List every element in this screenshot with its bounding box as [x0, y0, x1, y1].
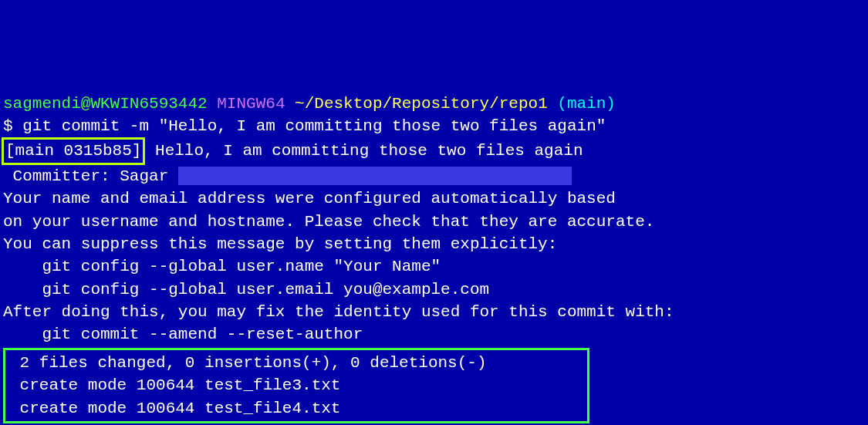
config-msg-line2: on your username and hostname. Please ch… [3, 211, 865, 233]
config-msg-line1: Your name and email address were configu… [3, 187, 865, 210]
terminal-output[interactable]: sagmendi@WKWIN6593442 MINGW64 ~/Desktop/… [3, 93, 865, 423]
prompt-user-host: sagmendi@WKWIN6593442 [3, 95, 208, 113]
commit-ref: [main 0315b85] [5, 142, 141, 160]
commit-message: Hello, I am committing those two files a… [145, 142, 583, 160]
summary-create-file4: create mode 100644 test_file4.txt [10, 397, 583, 420]
amend-cmd: git commit --amend --reset-author [3, 323, 865, 346]
summary-highlight: 2 files changed, 0 insertions(+), 0 dele… [3, 348, 589, 423]
redacted-committer-info [178, 167, 572, 185]
after-msg: After doing this, you may fix the identi… [3, 301, 865, 323]
commit-ref-highlight: [main 0315b85] [2, 137, 145, 164]
config-cmd-name: git config --global user.name "Your Name… [3, 255, 865, 278]
summary-files-changed: 2 files changed, 0 insertions(+), 0 dele… [10, 352, 583, 374]
prompt-branch: (main) [557, 95, 616, 113]
prompt-path: ~/Desktop/Repository/repo1 [295, 95, 548, 113]
config-msg-line3: You can suppress this message by setting… [3, 233, 865, 255]
command-text: git commit -m "Hello, I am committing th… [22, 117, 606, 135]
prompt-env: MINGW64 [217, 95, 285, 113]
config-cmd-email: git config --global user.email you@examp… [3, 278, 865, 301]
summary-create-file3: create mode 100644 test_file3.txt [10, 374, 583, 396]
prompt-symbol: $ [3, 117, 13, 135]
committer-label: Committer: Sagar [3, 167, 178, 185]
